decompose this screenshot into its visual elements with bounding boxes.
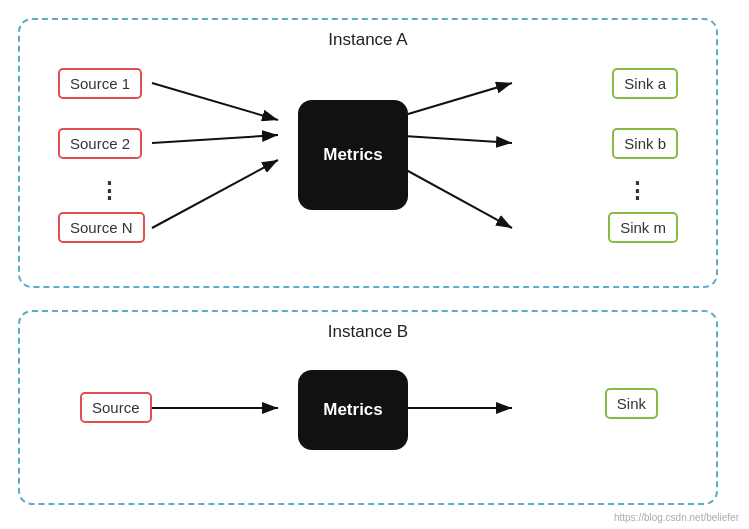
diagram-container: Instance A Source 1 Source 2 Source N ⋮ …	[0, 0, 749, 529]
instance-a-box: Instance A Source 1 Source 2 Source N ⋮ …	[18, 18, 718, 288]
instance-b-box: Instance B Source Metrics Sink	[18, 310, 718, 505]
source-b-box: Source	[80, 392, 152, 423]
source-1-box: Source 1	[58, 68, 142, 99]
dots-right-a: ⋮	[626, 178, 648, 204]
dots-left-a: ⋮	[98, 178, 120, 204]
source-2-box: Source 2	[58, 128, 142, 159]
sink-m-box: Sink m	[608, 212, 678, 243]
sink-a-box: Sink a	[612, 68, 678, 99]
source-n-box: Source N	[58, 212, 145, 243]
metrics-b-box: Metrics	[298, 370, 408, 450]
watermark: https://blog.csdn.net/beliefer	[614, 512, 739, 523]
instance-a-label: Instance A	[328, 30, 407, 50]
instance-b-label: Instance B	[328, 322, 408, 342]
sink-b-box: Sink b	[612, 128, 678, 159]
metrics-a-box: Metrics	[298, 100, 408, 210]
sink-b-solo-box: Sink	[605, 388, 658, 419]
